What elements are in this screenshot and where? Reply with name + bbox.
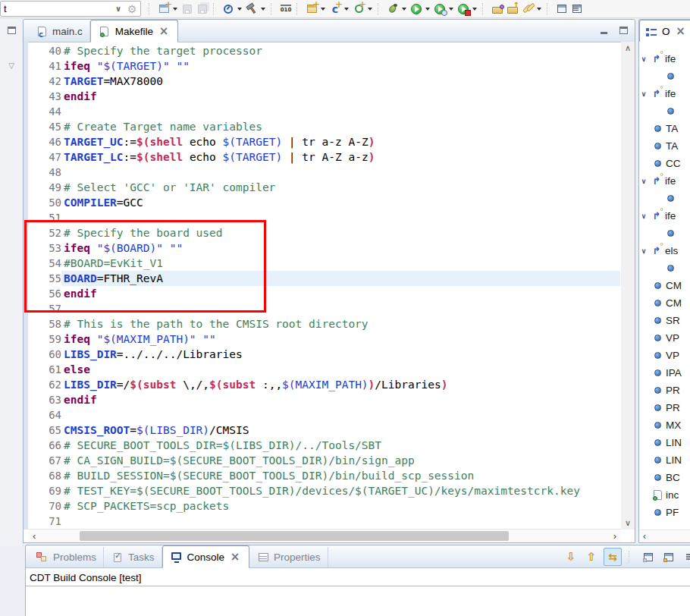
outline-item-label: ife [665,210,676,222]
conditional-icon [650,87,663,100]
binary-010-button[interactable] [278,2,293,16]
nav-back-button[interactable] [554,2,569,16]
outline-item[interactable]: PR [639,399,690,416]
outline-item[interactable]: BC [639,469,690,486]
outline-item[interactable]: TA [639,120,690,137]
outline-item[interactable] [639,68,690,85]
swap-console-button[interactable] [604,548,622,566]
outline-horizontal-scrollbar[interactable]: ‹ [639,530,690,542]
line-number: 68 [28,468,61,483]
tab-main.c[interactable]: main.c [28,21,90,42]
dropdown-arrow-icon[interactable] [321,8,325,13]
close-icon[interactable] [228,551,242,564]
horizontal-scrollbar[interactable]: ‹ › [28,529,621,542]
restore-view-icon[interactable] [5,24,18,36]
dropdown-arrow-icon[interactable] [368,8,372,13]
tab-console[interactable]: Console [162,545,250,568]
outline-item[interactable]: IPA [639,364,690,382]
build-hammer-button[interactable] [244,2,268,16]
tab-makefile[interactable]: Makefile [90,20,178,42]
expand-chevron[interactable]: ∨ [639,90,648,98]
dropdown-arrow-icon[interactable] [402,8,406,13]
new-c-project-button[interactable] [304,2,328,16]
run-button[interactable] [409,2,432,16]
console-tab-label: Problems [53,552,96,563]
outline-item[interactable]: SR [639,312,690,329]
tab-outline[interactable]: O [639,20,690,42]
launch-clock-button[interactable] [221,2,244,16]
coverage-button[interactable] [456,2,479,16]
outline-item[interactable]: ∨ife [639,85,690,102]
line-number: 47 [28,149,61,165]
prev-arrow-button[interactable] [583,548,600,565]
outline-item[interactable]: VP [639,347,690,364]
outline-item[interactable]: ∨ife [639,172,690,190]
import-folder-button[interactable] [490,2,505,16]
outline-item[interactable]: ∨ife [639,207,690,225]
dropdown-arrow-icon[interactable] [344,8,349,13]
link-button[interactable] [520,2,544,16]
minimize-editor-icon[interactable] [597,24,610,36]
outline-item[interactable] [639,225,690,242]
outline-item[interactable]: ∨ife [639,50,690,68]
launch-combo[interactable]: t [0,1,141,17]
menu-lines-button[interactable] [681,548,690,565]
scroll-thumb[interactable] [80,531,509,541]
close-icon[interactable] [157,25,171,38]
scroll-right-arrow[interactable]: › [613,530,616,542]
outline-item[interactable]: MX [639,416,690,434]
dropdown-arrow-icon[interactable] [472,8,477,13]
outline-item[interactable]: ∨els [639,242,690,259]
view-menu-icon[interactable] [5,59,18,72]
console-view[interactable]: CDT Build Console [test] [26,568,690,616]
outline-item[interactable]: LIN [639,451,690,469]
expand-chevron[interactable]: ∨ [639,178,648,185]
outline-item[interactable]: PR [639,382,690,399]
lock-console-button[interactable] [660,548,677,565]
tab-problems[interactable]: Problems [29,547,104,567]
scroll-left-arrow[interactable]: ‹ [33,530,36,542]
chevron-down-icon[interactable] [111,2,125,15]
vertical-scrollbar[interactable]: ∧∨ [621,42,635,530]
expand-chevron[interactable]: ∨ [639,247,648,255]
tab-properties[interactable]: Properties [249,547,328,567]
outline-item[interactable] [639,259,690,277]
dropdown-arrow-icon[interactable] [449,8,453,13]
outline-item[interactable]: CM [639,277,690,294]
gear-icon[interactable] [125,2,139,15]
pin-console-button[interactable] [640,548,657,565]
tab-tasks[interactable]: Tasks [104,547,162,567]
dropdown-arrow-icon[interactable] [237,8,242,13]
editor-body[interactable]: 4041424344454647484950515253545556575859… [24,42,635,542]
dropdown-arrow-icon[interactable] [537,8,541,13]
profile-button[interactable] [432,2,456,16]
close-icon[interactable] [674,25,688,38]
debug-bug-button[interactable] [385,2,409,16]
new-make-target-button[interactable] [351,2,375,16]
outline-item[interactable] [639,102,690,120]
outline-item[interactable]: TA [639,137,690,155]
maximize-editor-icon[interactable] [616,24,630,36]
nav-forward-button[interactable] [569,2,585,16]
expand-chevron[interactable]: ∨ [639,55,648,63]
export-folder-button[interactable] [505,2,520,16]
outline-item[interactable]: VP [639,329,690,347]
link-icon [521,2,535,15]
expand-chevron[interactable]: ∨ [639,212,648,220]
outline-item[interactable] [639,190,690,207]
next-arrow-button[interactable] [563,548,579,565]
outline-tree[interactable]: ∨ife∨ifeTATACC∨ife∨ife∨elsCMCMSRVPVPIPAP… [639,42,690,542]
outline-item[interactable]: inc [639,486,690,504]
dropdown-arrow-icon[interactable] [261,8,265,13]
dropdown-arrow-icon[interactable] [173,8,177,13]
outline-item[interactable]: CM [639,294,690,312]
dropdown-arrow-icon[interactable] [425,8,430,13]
outline-item[interactable]: CC [639,155,690,172]
outline-item[interactable]: LIN [639,434,690,451]
macro-icon [651,384,664,397]
line-number: 50 [28,195,61,210]
new-wizard-button[interactable] [156,2,180,16]
new-cpp-class-button[interactable] [328,2,351,16]
outline-item[interactable]: PF [639,504,690,521]
code-line: # TEST_KEY=$(SECURE_BOOT_TOOLS_DIR)/devi… [64,483,620,498]
